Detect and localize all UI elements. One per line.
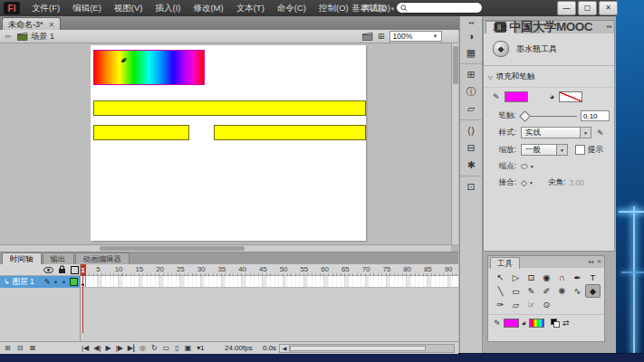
minimize-button[interactable]: — <box>557 1 576 15</box>
edit-multiple-frames-button[interactable]: ▣ <box>183 342 194 354</box>
layer-outline-color-swatch[interactable] <box>70 278 78 286</box>
menu-item[interactable]: 文件(F) <box>25 0 66 16</box>
workspace-switcher[interactable]: 基本功能 ▾ <box>351 0 394 17</box>
info-panel-icon[interactable]: ⓘ <box>460 83 482 100</box>
swatches-panel-icon[interactable]: ▦ <box>460 44 482 62</box>
new-folder-button[interactable]: ⊟ <box>15 342 25 354</box>
menu-item[interactable]: 文本(T) <box>230 0 271 16</box>
back-arrow-icon[interactable]: ⬅ <box>5 32 12 41</box>
join-dropdown-icon[interactable]: ▼ <box>529 180 533 186</box>
stroke-height-slider[interactable] <box>521 111 576 120</box>
hand-tool[interactable]: ☞ <box>524 298 539 311</box>
zoom-level-select[interactable]: 100% ▼ <box>389 31 442 42</box>
maximize-button[interactable]: ▢ <box>578 1 597 15</box>
step-back-button[interactable]: ◀| <box>91 342 102 354</box>
timeline-tab[interactable]: 输出 <box>43 252 74 264</box>
selection-tool[interactable]: ↖ <box>493 271 508 284</box>
color-panel-icon[interactable]: ◑ <box>460 27 482 44</box>
eyedropper-tool[interactable]: ✑ <box>493 298 508 311</box>
default-colors-button[interactable] <box>551 319 560 328</box>
hinting-checkbox[interactable] <box>575 145 585 155</box>
stroke-color-swatch[interactable] <box>505 91 528 102</box>
close-tab-icon[interactable]: ✕ <box>49 21 55 29</box>
menu-item[interactable]: 视图(V) <box>108 0 149 16</box>
frame-rate-value[interactable]: 24.00fps <box>225 344 253 352</box>
go-to-first-frame-button[interactable]: |◀ <box>80 342 91 354</box>
close-panel-icon[interactable]: ✕ <box>597 258 601 264</box>
tab-tools[interactable]: 工具 <box>490 257 520 269</box>
menu-item[interactable]: 修改(M) <box>187 0 229 16</box>
pen-tool[interactable]: ✒ <box>570 271 585 284</box>
outline-view-icon[interactable] <box>71 266 79 274</box>
layer-lock-dot[interactable]: • <box>62 278 65 287</box>
subselection-tool[interactable]: ▷ <box>508 271 524 284</box>
search-input[interactable] <box>408 3 482 14</box>
stage-vertical-scrollbar[interactable] <box>451 43 458 244</box>
transform-panel-icon[interactable]: ▱ <box>460 100 482 118</box>
expand-panels-icon[interactable]: ◂◂ <box>460 16 482 27</box>
edit-scene-icon[interactable] <box>362 32 373 41</box>
timeline-tab[interactable]: 动画编辑器 <box>75 252 130 264</box>
search-box[interactable] <box>396 2 483 14</box>
stage-pasteboard[interactable]: ✒ <box>0 43 451 244</box>
yellow-bar-left[interactable] <box>93 125 189 140</box>
menu-item[interactable]: 插入(I) <box>149 0 187 16</box>
new-layer-button[interactable]: ⊞ <box>3 342 13 354</box>
cap-dropdown-icon[interactable]: ▼ <box>530 164 534 169</box>
fill-color-swatch[interactable] <box>559 91 582 102</box>
collapse-panel-icon[interactable]: ◂◂ <box>588 258 593 264</box>
project-panel-icon[interactable]: ⊡ <box>460 176 482 195</box>
yellow-bar-long[interactable] <box>93 100 366 116</box>
motion-presets-panel-icon[interactable]: ✱ <box>460 157 482 174</box>
lock-icon[interactable] <box>58 265 66 274</box>
scale-select[interactable]: 一般 ▼ <box>521 144 568 156</box>
lasso-tool[interactable]: ∩ <box>554 271 570 284</box>
stroke-style-select[interactable]: 实线 ▼ <box>521 127 591 138</box>
slider-knob[interactable] <box>519 110 531 122</box>
edit-symbols-icon[interactable]: ⊞ <box>378 32 385 41</box>
zoom-tool[interactable]: ⊙ <box>539 298 554 311</box>
pencil-tool[interactable]: ✎ <box>524 284 539 298</box>
fill-color-swatch[interactable] <box>529 319 544 328</box>
tab-library[interactable]: 库 <box>516 21 539 33</box>
center-frame-button[interactable]: ◎ <box>138 342 148 354</box>
stage-horizontal-scrollbar[interactable] <box>0 244 451 252</box>
ink-bottle-tool[interactable]: ◆ <box>585 284 601 298</box>
windows-taskbar[interactable] <box>0 353 644 362</box>
menu-item[interactable]: 命令(C) <box>271 0 312 16</box>
layer-visible-dot[interactable]: • <box>54 278 57 287</box>
align-panel-icon[interactable]: ⊞ <box>460 63 482 83</box>
scroll-left-arrow[interactable]: ◀ <box>280 345 290 352</box>
timeline-tab[interactable]: 时间轴 <box>2 252 42 264</box>
eraser-tool[interactable]: ▱ <box>508 298 524 311</box>
edit-stroke-style-icon[interactable]: ✎ <box>597 129 604 138</box>
bone-tool[interactable]: ∿ <box>570 284 585 298</box>
rainbow-gradient-rectangle[interactable] <box>93 50 205 85</box>
playhead[interactable]: 1 <box>80 264 86 276</box>
swap-colors-icon[interactable]: ⇄ <box>562 319 570 328</box>
play-button[interactable]: ▶ <box>103 342 112 354</box>
document-tab[interactable]: 未命名-3* ✕ <box>2 17 61 31</box>
components-panel-icon[interactable]: ⊟ <box>460 139 482 157</box>
close-button[interactable]: ✕ <box>599 1 618 15</box>
scene-breadcrumb[interactable]: 场景 1 <box>32 31 55 43</box>
timeline-horizontal-scrollbar[interactable]: ◀ <box>279 344 455 353</box>
stroke-color-swatch[interactable] <box>504 319 519 328</box>
show-hide-eye-icon[interactable] <box>43 266 53 274</box>
rectangle-tool[interactable]: ▭ <box>508 284 524 298</box>
onion-skin-outlines-button[interactable]: ▯ <box>173 342 180 354</box>
stroke-height-input[interactable] <box>581 110 610 121</box>
section-fill-and-stroke[interactable]: ▽ 填充和笔触 <box>484 66 614 88</box>
scrollbar-thumb[interactable] <box>290 346 426 351</box>
menu-item[interactable]: 编辑(E) <box>66 0 108 16</box>
layer-row[interactable]: ↳ 图层 1 ✎ • • <box>0 276 80 288</box>
layer-name[interactable]: 图层 1 <box>13 277 34 288</box>
onion-skin-button[interactable]: ▭ <box>161 342 172 354</box>
frames-row[interactable] <box>81 276 458 288</box>
menu-item[interactable]: 控制(O) <box>312 0 355 16</box>
line-tool[interactable]: ╲ <box>493 284 508 298</box>
tab-properties[interactable]: 属性 <box>485 21 515 33</box>
deco-tool[interactable]: ❋ <box>554 284 570 298</box>
delete-layer-button[interactable]: ⊠ <box>27 342 37 354</box>
3d-rotation-tool[interactable]: ◉ <box>539 271 554 284</box>
